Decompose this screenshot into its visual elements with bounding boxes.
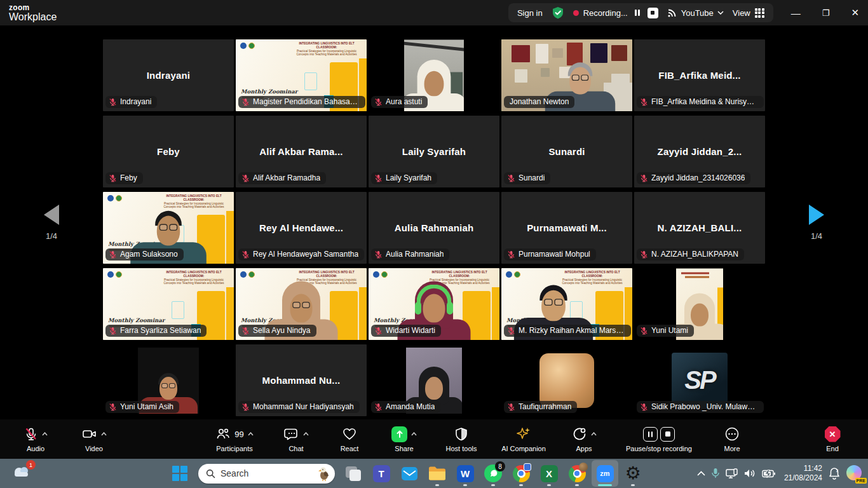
participant-tile[interactable]: INTEGRATING LINGUISTICS INTO ELT CLASSRO… [369,268,499,340]
excel-icon: X [541,465,558,482]
muted-mic-icon [374,403,383,411]
participant-tile[interactable]: IndrayaniIndrayani [103,39,234,111]
participant-tile[interactable]: Zayyid Jiddan_2...Zayyid Jiddan_23140260… [634,116,765,187]
react-button[interactable]: React [323,419,376,459]
tray-mic-icon[interactable] [711,468,720,479]
participant-tile[interactable]: INTEGRATING LINGUISTICS INTO ELT CLASSRO… [236,39,367,111]
chrome-button[interactable] [508,460,534,487]
settings-button[interactable]: ⚙ [620,460,646,487]
windows-taskbar: 1 Search T [0,459,868,488]
taskbar-clock[interactable]: 11:42 21/08/2024 [784,464,822,483]
participant-tile[interactable]: INTEGRATING LINGUISTICS INTO ELT CLASSRO… [103,192,234,264]
whatsapp-button[interactable]: 8 [480,460,506,487]
page-indicator: 1/4 [46,231,57,241]
stop-recording-icon[interactable] [648,8,658,18]
participant-tile[interactable]: Laily SyarifahLaily Syarifah [369,116,499,187]
muted-mic-icon [507,327,515,335]
search-icon [206,469,215,478]
view-button[interactable]: View [733,8,764,18]
participant-tile[interactable]: INTEGRATING LINGUISTICS INTO ELT CLASSRO… [103,268,234,340]
participant-tile[interactable]: Yuni Utami [634,268,765,340]
zoom-app-button[interactable]: zm [592,460,618,487]
muted-mic-icon [109,174,117,182]
chrome-overlay-badge [524,463,531,471]
sign-in-button[interactable]: Sign in [517,8,543,18]
mail-app-button[interactable] [396,460,423,487]
more-button[interactable]: More [707,419,757,459]
previous-page-arrow-icon[interactable] [44,205,59,225]
participant-tile[interactable]: Rey Al Hendawe...Rey Al Hendaweyah Saman… [236,192,367,264]
weather-widget[interactable]: 1 [11,462,34,485]
stop-recording-button[interactable] [660,427,675,442]
chat-button[interactable]: Chat [269,419,323,459]
participant-name: Taufiqurrahman [519,402,571,411]
participant-tile[interactable]: SunardiSunardi [501,116,632,187]
file-explorer-button[interactable] [424,460,451,487]
taskbar-search[interactable]: Search [198,464,335,484]
participant-tile[interactable]: Amanda Mutia [369,344,499,416]
security-shield-icon[interactable] [552,6,564,19]
share-button[interactable]: Share [376,419,432,459]
pause-recording-icon[interactable] [632,8,643,18]
participant-tile[interactable]: Jonathan Newton [501,39,632,111]
minimize-button[interactable]: — [791,8,801,18]
apps-icon [572,427,587,441]
pause-recording-button[interactable] [643,427,658,442]
live-stream-menu[interactable]: YouTube [667,8,724,18]
name-label-pill: Taufiqurrahman [504,401,577,413]
participant-tile[interactable]: Aulia RahmaniahAulia Rahmaniah [369,192,499,264]
participant-tile[interactable]: Mohammad Nu...Mohammad Nur Hadiyansyah [236,344,367,416]
participants-button[interactable]: 99 Participants [200,419,269,459]
copilot-icon[interactable]: PRE [846,465,863,482]
apps-options-caret[interactable] [591,432,597,436]
host-tools-button[interactable]: Host tools [432,419,491,459]
audio-button[interactable]: Audio [6,419,65,459]
participant-tile[interactable]: Yuni Utami Asih [103,344,234,416]
name-label-pill: Purnamawati Mohpul [504,248,596,261]
name-label-pill: Magister Pendidikan Bahasa I... [238,96,365,108]
tray-volume-icon[interactable] [744,468,756,478]
participant-tile[interactable]: N. AZIZAH_BALI...N. AZIZAH_BALIKPAPAN [634,192,765,264]
participant-tile[interactable]: INTEGRATING LINGUISTICS INTO ELT CLASSRO… [501,268,632,340]
restore-button[interactable]: ❐ [822,8,830,18]
share-options-caret[interactable] [411,432,417,436]
ai-companion-button[interactable]: AI Companion [491,419,557,459]
view-label: View [733,8,750,18]
clock-time: 11:42 [784,464,822,473]
participant-tile[interactable]: Purnamawati M...Purnamawati Mohpul [501,192,632,264]
chat-options-caret[interactable] [303,432,309,436]
participants-options-caret[interactable] [248,432,254,436]
chrome-profile-button[interactable] [564,460,590,487]
participant-tile[interactable]: FebyFeby [103,116,234,187]
pause-stop-recording-button[interactable]: Pause/stop recording [611,419,707,459]
name-label-pill: Amanda Mutia [371,401,440,413]
tray-expand-caret[interactable] [697,471,705,476]
participant-tile[interactable]: Alif Akbar Rama...Alif Akbar Ramadha [236,116,367,187]
name-label-pill: FIB_Arfika Meidina & Nurisya ... [637,96,764,108]
live-stream-icon [667,8,677,18]
next-page-arrow-icon[interactable] [809,205,824,225]
participant-tile[interactable]: Aura astuti [369,39,499,111]
close-button[interactable]: ✕ [851,7,859,18]
muted-mic-icon [640,403,648,411]
excel-app-button[interactable]: X [536,460,562,487]
teams-app-button[interactable]: T [368,460,395,487]
participant-tile[interactable]: SPSidik Prabowo _Univ. Mulawar... [634,344,765,416]
word-app-button[interactable]: W [452,460,478,487]
task-view-button[interactable] [340,460,367,487]
participant-name: N. AZIZAH_BALIKPAPAN [651,250,738,259]
notification-bell-icon[interactable]: z [828,467,841,480]
tray-display-icon[interactable] [726,468,738,479]
audio-options-caret[interactable] [42,432,48,436]
participant-tile[interactable]: INTEGRATING LINGUISTICS INTO ELT CLASSRO… [236,268,367,340]
clock-date: 21/08/2024 [784,473,822,483]
apps-button[interactable]: Apps [557,419,611,459]
participant-tile[interactable]: Taufiqurrahman [501,344,632,416]
tray-battery-icon[interactable] [762,470,776,478]
video-button[interactable]: Video [65,419,123,459]
start-button[interactable] [166,460,193,487]
participant-name: Farra Syarliza Setiawan [120,326,201,335]
participant-tile[interactable]: FIB_Arfika Meid...FIB_Arfika Meidina & N… [634,39,765,111]
video-options-caret[interactable] [101,432,107,436]
end-button[interactable]: ✕ End [807,419,858,459]
